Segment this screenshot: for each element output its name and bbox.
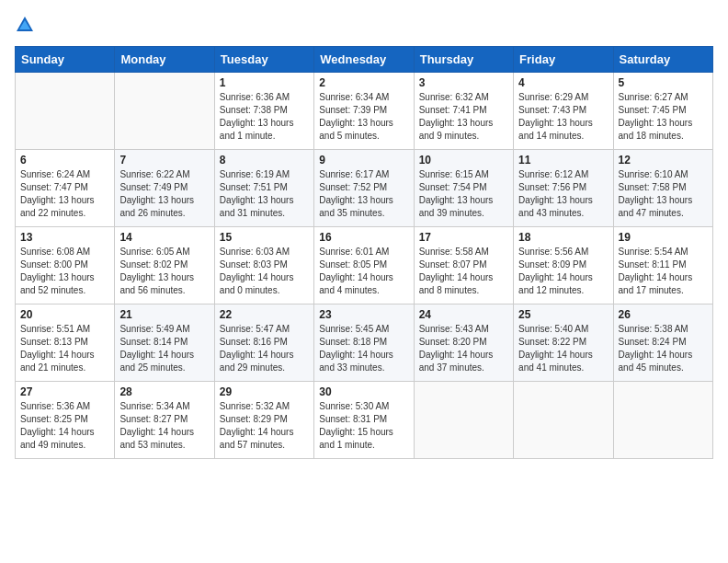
day-info: Sunrise: 5:58 AMSunset: 8:07 PMDaylight:…: [419, 247, 494, 295]
day-info: Sunrise: 6:27 AMSunset: 7:45 PMDaylight:…: [619, 92, 693, 141]
day-number: 26: [619, 308, 708, 321]
day-info: Sunrise: 6:22 AMSunset: 7:49 PMDaylight:…: [119, 169, 194, 218]
calendar-cell: 8 Sunrise: 6:19 AMSunset: 7:51 PMDayligh…: [214, 150, 313, 227]
calendar-cell: 5 Sunrise: 6:27 AMSunset: 7:45 PMDayligh…: [613, 73, 712, 150]
day-info: Sunrise: 6:05 AMSunset: 8:02 PMDaylight:…: [119, 247, 194, 295]
calendar-cell: 27 Sunrise: 5:36 AMSunset: 8:25 PMDaylig…: [16, 382, 115, 459]
weekday-header-thursday: Thursday: [414, 47, 513, 73]
calendar-cell: [613, 382, 712, 459]
day-number: 12: [619, 154, 708, 167]
day-number: 2: [319, 76, 408, 89]
calendar-week-row: 13 Sunrise: 6:08 AMSunset: 8:00 PMDaylig…: [16, 227, 713, 304]
calendar-week-row: 20 Sunrise: 5:51 AMSunset: 8:13 PMDaylig…: [16, 304, 713, 382]
day-number: 25: [518, 308, 608, 321]
calendar-cell: 7 Sunrise: 6:22 AMSunset: 7:49 PMDayligh…: [115, 150, 214, 227]
weekday-header-wednesday: Wednesday: [314, 47, 414, 73]
day-info: Sunrise: 6:34 AMSunset: 7:39 PMDaylight:…: [319, 92, 393, 141]
day-info: Sunrise: 5:34 AMSunset: 8:27 PMDaylight:…: [119, 401, 194, 450]
calendar-cell: 30 Sunrise: 5:30 AMSunset: 8:31 PMDaylig…: [314, 382, 414, 459]
day-number: 13: [20, 231, 109, 244]
day-number: 22: [220, 308, 309, 321]
day-number: 14: [119, 231, 209, 244]
day-number: 3: [419, 76, 508, 89]
day-info: Sunrise: 5:30 AMSunset: 8:31 PMDaylight:…: [319, 401, 393, 450]
calendar-cell: 9 Sunrise: 6:17 AMSunset: 7:52 PMDayligh…: [314, 150, 414, 227]
calendar-cell: 22 Sunrise: 5:47 AMSunset: 8:16 PMDaylig…: [214, 304, 313, 382]
day-number: 17: [419, 231, 508, 244]
day-number: 28: [119, 385, 209, 398]
calendar-cell: [514, 382, 613, 459]
calendar-cell: 16 Sunrise: 6:01 AMSunset: 8:05 PMDaylig…: [314, 227, 414, 304]
calendar-cell: 26 Sunrise: 5:38 AMSunset: 8:24 PMDaylig…: [613, 304, 712, 382]
calendar-cell: 15 Sunrise: 6:03 AMSunset: 8:03 PMDaylig…: [214, 227, 313, 304]
weekday-header-sunday: Sunday: [16, 47, 115, 73]
calendar-cell: 12 Sunrise: 6:10 AMSunset: 7:58 PMDaylig…: [613, 150, 712, 227]
day-number: 6: [20, 154, 109, 167]
weekday-header-monday: Monday: [115, 47, 214, 73]
day-number: 30: [319, 385, 408, 398]
day-number: 24: [419, 308, 508, 321]
weekday-header-tuesday: Tuesday: [214, 47, 313, 73]
calendar-cell: 6 Sunrise: 6:24 AMSunset: 7:47 PMDayligh…: [16, 150, 115, 227]
logo-icon: [15, 15, 35, 35]
calendar-cell: 11 Sunrise: 6:12 AMSunset: 7:56 PMDaylig…: [514, 150, 613, 227]
day-info: Sunrise: 5:40 AMSunset: 8:22 PMDaylight:…: [518, 324, 593, 373]
day-number: 15: [220, 231, 309, 244]
day-number: 29: [220, 385, 309, 398]
calendar-cell: [115, 73, 214, 150]
calendar-cell: 14 Sunrise: 6:05 AMSunset: 8:02 PMDaylig…: [115, 227, 214, 304]
day-info: Sunrise: 6:08 AMSunset: 8:00 PMDaylight:…: [20, 247, 95, 295]
calendar-cell: 28 Sunrise: 5:34 AMSunset: 8:27 PMDaylig…: [115, 382, 214, 459]
calendar-cell: 24 Sunrise: 5:43 AMSunset: 8:20 PMDaylig…: [414, 304, 513, 382]
day-number: 7: [119, 154, 209, 167]
calendar-cell: 23 Sunrise: 5:45 AMSunset: 8:18 PMDaylig…: [314, 304, 414, 382]
day-info: Sunrise: 5:38 AMSunset: 8:24 PMDaylight:…: [619, 324, 693, 373]
day-info: Sunrise: 5:51 AMSunset: 8:13 PMDaylight:…: [20, 324, 95, 373]
logo: [15, 15, 35, 35]
page-header: [15, 15, 713, 35]
day-info: Sunrise: 6:19 AMSunset: 7:51 PMDaylight:…: [220, 169, 294, 218]
logo-general: [15, 15, 35, 35]
day-info: Sunrise: 5:45 AMSunset: 8:18 PMDaylight:…: [319, 324, 393, 373]
calendar-cell: 20 Sunrise: 5:51 AMSunset: 8:13 PMDaylig…: [16, 304, 115, 382]
calendar-week-row: 1 Sunrise: 6:36 AMSunset: 7:38 PMDayligh…: [16, 73, 713, 150]
day-info: Sunrise: 6:32 AMSunset: 7:41 PMDaylight:…: [419, 92, 494, 141]
day-info: Sunrise: 5:54 AMSunset: 8:11 PMDaylight:…: [619, 247, 693, 295]
day-number: 4: [518, 76, 608, 89]
day-info: Sunrise: 6:29 AMSunset: 7:43 PMDaylight:…: [518, 92, 593, 141]
day-number: 27: [20, 385, 109, 398]
calendar-cell: 13 Sunrise: 6:08 AMSunset: 8:00 PMDaylig…: [16, 227, 115, 304]
calendar-week-row: 6 Sunrise: 6:24 AMSunset: 7:47 PMDayligh…: [16, 150, 713, 227]
calendar-cell: 17 Sunrise: 5:58 AMSunset: 8:07 PMDaylig…: [414, 227, 513, 304]
day-info: Sunrise: 5:36 AMSunset: 8:25 PMDaylight:…: [20, 401, 95, 450]
day-number: 8: [220, 154, 309, 167]
calendar-cell: 1 Sunrise: 6:36 AMSunset: 7:38 PMDayligh…: [214, 73, 313, 150]
day-info: Sunrise: 5:56 AMSunset: 8:09 PMDaylight:…: [518, 247, 593, 295]
day-info: Sunrise: 6:01 AMSunset: 8:05 PMDaylight:…: [319, 247, 393, 295]
calendar-cell: 21 Sunrise: 5:49 AMSunset: 8:14 PMDaylig…: [115, 304, 214, 382]
weekday-header-friday: Friday: [514, 47, 613, 73]
day-info: Sunrise: 5:43 AMSunset: 8:20 PMDaylight:…: [419, 324, 494, 373]
day-info: Sunrise: 6:36 AMSunset: 7:38 PMDaylight:…: [220, 92, 294, 141]
calendar-cell: [414, 382, 513, 459]
day-number: 21: [119, 308, 209, 321]
day-info: Sunrise: 6:24 AMSunset: 7:47 PMDaylight:…: [20, 169, 95, 218]
day-info: Sunrise: 5:47 AMSunset: 8:16 PMDaylight:…: [220, 324, 294, 373]
day-number: 23: [319, 308, 408, 321]
calendar-cell: 4 Sunrise: 6:29 AMSunset: 7:43 PMDayligh…: [514, 73, 613, 150]
calendar-table: SundayMondayTuesdayWednesdayThursdayFrid…: [15, 46, 713, 459]
day-number: 20: [20, 308, 109, 321]
day-info: Sunrise: 6:15 AMSunset: 7:54 PMDaylight:…: [419, 169, 494, 218]
day-number: 1: [220, 76, 309, 89]
calendar-cell: [16, 73, 115, 150]
day-number: 5: [619, 76, 708, 89]
day-number: 18: [518, 231, 608, 244]
day-info: Sunrise: 5:49 AMSunset: 8:14 PMDaylight:…: [119, 324, 194, 373]
calendar-header-row: SundayMondayTuesdayWednesdayThursdayFrid…: [16, 47, 713, 73]
day-info: Sunrise: 6:03 AMSunset: 8:03 PMDaylight:…: [220, 247, 294, 295]
day-info: Sunrise: 5:32 AMSunset: 8:29 PMDaylight:…: [220, 401, 294, 450]
day-info: Sunrise: 6:17 AMSunset: 7:52 PMDaylight:…: [319, 169, 393, 218]
day-number: 19: [619, 231, 708, 244]
day-info: Sunrise: 6:12 AMSunset: 7:56 PMDaylight:…: [518, 169, 593, 218]
day-number: 16: [319, 231, 408, 244]
